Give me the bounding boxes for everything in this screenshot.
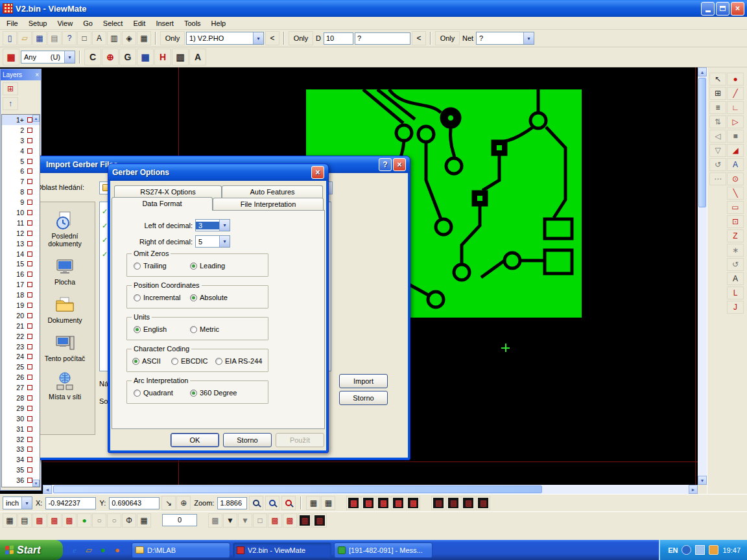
- tab-data-format[interactable]: Data Format: [112, 197, 213, 211]
- menu-item[interactable]: File: [1, 18, 23, 29]
- zoom-select-icon[interactable]: [249, 496, 263, 510]
- mark-red-icon[interactable]: ▩: [62, 513, 77, 528]
- layer-row[interactable]: 19: [2, 300, 40, 310]
- minimize-button[interactable]: [701, 2, 715, 16]
- l-shape-icon[interactable]: L: [727, 286, 744, 299]
- layer-color-swatch[interactable]: [27, 447, 32, 452]
- dcode-filter-input[interactable]: ?: [355, 32, 410, 45]
- layer-row[interactable]: 8: [2, 187, 40, 197]
- menu-item[interactable]: View: [52, 18, 78, 29]
- layer-row[interactable]: 26: [2, 372, 40, 382]
- chevron-down-icon[interactable]: ▾: [219, 220, 230, 231]
- layer-color-swatch[interactable]: [27, 231, 32, 236]
- tool-hatch-icon[interactable]: ▥: [172, 49, 189, 65]
- mark-red-icon[interactable]: ▩: [32, 513, 47, 528]
- layer-color-swatch[interactable]: [27, 406, 32, 411]
- net-pad-icon[interactable]: ▩: [431, 496, 445, 510]
- layer-color-swatch[interactable]: [27, 241, 32, 246]
- net-pad-icon[interactable]: ▩: [461, 496, 475, 510]
- dcode-value-input[interactable]: 10: [324, 32, 353, 45]
- tab-file-interpretation[interactable]: File Interpretation: [213, 198, 324, 210]
- left-decimal-select[interactable]: 3 ▾: [195, 219, 230, 231]
- layer-color-swatch[interactable]: [27, 437, 32, 442]
- text-italic-icon[interactable]: A: [727, 158, 744, 171]
- grid-small-icon[interactable]: ▦: [137, 513, 151, 528]
- layer-color-swatch[interactable]: [27, 210, 32, 215]
- tool-c-icon[interactable]: C: [84, 49, 101, 65]
- tool-grid-icon[interactable]: ▦: [137, 49, 154, 65]
- layer-row[interactable]: 11: [2, 218, 40, 228]
- layer-row[interactable]: 27: [2, 382, 40, 393]
- layer-color-swatch[interactable]: [27, 334, 32, 339]
- table-edit-icon[interactable]: ▦: [321, 496, 335, 510]
- menu-item[interactable]: Go: [78, 18, 98, 29]
- close-button[interactable]: ×: [393, 158, 406, 171]
- prev-file-button[interactable]: <: [265, 31, 279, 45]
- layer-color-swatch[interactable]: [27, 375, 32, 380]
- cancel-button[interactable]: Storno: [339, 391, 388, 405]
- tool-h-red-icon[interactable]: H: [154, 49, 171, 65]
- layer-color-swatch[interactable]: [27, 169, 32, 174]
- mirror-h-icon[interactable]: ◁: [709, 130, 726, 143]
- more-tools-icon[interactable]: ⋯: [709, 172, 726, 185]
- drop-icon[interactable]: ▼: [238, 513, 252, 528]
- layer-row[interactable]: 3: [2, 135, 40, 146]
- task-button-message[interactable]: [191-482-091] - Mess...: [334, 542, 433, 558]
- layer-row[interactable]: 17: [2, 279, 40, 290]
- online-dot-icon[interactable]: ●: [77, 513, 91, 528]
- menu-item[interactable]: Select: [98, 18, 128, 29]
- menu-item[interactable]: Edit: [128, 18, 150, 29]
- undo-arc-icon[interactable]: ↺: [727, 258, 744, 271]
- rect-outline-icon[interactable]: ▭: [727, 201, 744, 214]
- layer-row[interactable]: 35: [2, 465, 40, 475]
- import-button[interactable]: Import: [339, 374, 388, 388]
- film-grid-button[interactable]: ▦: [3, 49, 19, 65]
- layer-color-swatch[interactable]: [27, 261, 32, 266]
- layer-color-swatch[interactable]: [27, 220, 32, 226]
- menu-item[interactable]: Insert: [150, 18, 179, 29]
- mirror-v-icon[interactable]: ▽: [709, 144, 726, 157]
- only-net-toggle[interactable]: Only: [435, 31, 460, 45]
- layer-row[interactable]: 7: [2, 176, 40, 187]
- task-button-viewmate[interactable]: V2.bin - ViewMate: [233, 542, 331, 558]
- vertical-scrollbar[interactable]: ▲ ▼: [698, 67, 707, 485]
- file-select[interactable]: 1) V2.PHO ▾: [186, 32, 264, 45]
- dark-pad-icon[interactable]: ▩: [313, 513, 327, 528]
- task-button-mlab[interactable]: D:\MLAB: [132, 542, 230, 558]
- layer-row[interactable]: 24: [2, 351, 40, 362]
- folder-quick-icon[interactable]: ▱: [82, 543, 95, 557]
- place-my-computer[interactable]: Tento počítač: [36, 332, 94, 362]
- red-pad-icon[interactable]: ▩: [283, 513, 297, 528]
- start-button[interactable]: Start: [0, 540, 63, 560]
- layer-row[interactable]: 6: [2, 166, 40, 176]
- only-file-toggle[interactable]: Only: [160, 31, 185, 45]
- chevron-down-icon[interactable]: ▾: [253, 32, 263, 44]
- context-help-icon[interactable]: ?: [62, 31, 77, 45]
- chevron-down-icon[interactable]: ▾: [219, 236, 230, 247]
- dcode-pad-icon[interactable]: ▩: [376, 496, 390, 510]
- layer-row[interactable]: 22: [2, 331, 40, 342]
- zoom-out-icon[interactable]: [281, 496, 296, 510]
- layer-color-swatch[interactable]: [27, 344, 32, 349]
- scroll-down-icon[interactable]: ▼: [698, 476, 707, 485]
- radio-absolute[interactable]: Absolute: [190, 294, 228, 301]
- rotate-icon[interactable]: ↺: [709, 158, 726, 171]
- chevron-down-icon[interactable]: ▾: [64, 51, 75, 63]
- layer-color-swatch[interactable]: [27, 385, 32, 390]
- origin-target-icon[interactable]: ⊕: [176, 496, 191, 510]
- layer-row[interactable]: 29: [2, 403, 40, 414]
- units-select[interactable]: inch ▾: [3, 496, 32, 509]
- dark-pad-icon[interactable]: ▩: [298, 513, 312, 528]
- layer-row[interactable]: 34: [2, 454, 40, 465]
- anchor-down-icon[interactable]: ▼: [223, 513, 237, 528]
- close-button[interactable]: ×: [731, 2, 744, 16]
- tray-display-icon[interactable]: [695, 545, 705, 555]
- new-file-icon[interactable]: ▯: [3, 31, 17, 45]
- layer-color-swatch[interactable]: [27, 292, 32, 298]
- firefox-icon[interactable]: ●: [111, 543, 124, 557]
- radio-incremental[interactable]: Incremental: [134, 294, 180, 301]
- scroll-up-icon[interactable]: ▲: [698, 67, 707, 76]
- z-order-icon[interactable]: Z: [727, 229, 744, 242]
- radio-ascii[interactable]: ASCII: [132, 357, 161, 365]
- layer-row[interactable]: 23: [2, 342, 40, 352]
